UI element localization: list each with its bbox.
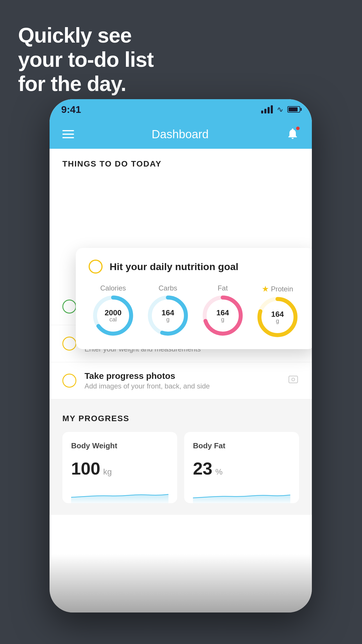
things-to-do-title: THINGS TO DO TODAY	[62, 159, 299, 169]
headline: Quickly see your to-do list for the day.	[18, 23, 154, 96]
carbs-label: Carbs	[159, 284, 177, 292]
body-fat-value: 23	[193, 459, 212, 479]
battery-icon	[287, 106, 300, 113]
body-weight-card[interactable]: Body Weight 100 kg	[62, 432, 177, 503]
header-title: Dashboard	[152, 128, 209, 141]
fat-donut: 164 g	[202, 295, 243, 336]
nutrition-carbs: Carbs 164 g	[147, 284, 188, 337]
nutrition-calories: Calories 2000 cal	[93, 284, 133, 337]
progress-section-title: MY PROGRESS	[62, 414, 299, 423]
todo-circle-body-stats	[62, 337, 76, 351]
body-fat-unit: %	[215, 467, 223, 477]
calories-value: 2000	[105, 309, 122, 316]
todo-sub-photos: Add images of your front, back, and side	[85, 382, 279, 390]
body-fat-title: Body Fat	[193, 441, 290, 450]
nutrition-protein: ★ Protein 164 g	[257, 284, 298, 337]
todo-circle-photos	[62, 374, 76, 388]
body-fat-chart	[193, 486, 290, 503]
star-icon: ★	[262, 284, 269, 294]
wifi-icon: ∿	[277, 105, 283, 114]
status-icons: ∿	[261, 105, 300, 114]
phone-shadow	[50, 554, 312, 612]
things-to-do-header: THINGS TO DO TODAY	[50, 149, 312, 174]
nutrition-card-title: Hit your daily nutrition goal	[110, 261, 238, 272]
todo-text-photos: Take progress photos Add images of your …	[85, 371, 279, 390]
app-header: Dashboard	[50, 120, 312, 149]
calories-unit: cal	[105, 316, 122, 322]
notification-dot	[296, 126, 300, 131]
body-weight-title: Body Weight	[71, 441, 168, 450]
progress-section: MY PROGRESS Body Weight 100 kg	[50, 399, 312, 515]
calories-label: Calories	[100, 284, 126, 292]
photo-icon	[287, 374, 299, 388]
protein-unit: g	[271, 318, 284, 324]
svg-point-10	[292, 378, 295, 381]
nutrition-grid: Calories 2000 cal Carbs	[89, 284, 302, 337]
status-bar: 9:41 ∿	[50, 99, 312, 120]
progress-cards: Body Weight 100 kg	[62, 432, 299, 503]
body-weight-value-row: 100 kg	[71, 459, 168, 479]
card-title-row: Hit your daily nutrition goal	[89, 260, 302, 274]
todo-circle-running	[62, 300, 76, 314]
protein-donut: 164 g	[257, 297, 298, 337]
body-weight-value: 100	[71, 459, 100, 479]
todo-circle-nutrition	[89, 260, 103, 274]
todo-name-photos: Take progress photos	[85, 371, 279, 381]
fat-label: Fat	[218, 284, 228, 292]
carbs-unit: g	[161, 316, 174, 322]
nutrition-fat: Fat 164 g	[202, 284, 243, 337]
phone-frame: 9:41 ∿ Dashboard	[50, 99, 312, 612]
body-fat-card[interactable]: Body Fat 23 %	[184, 432, 299, 503]
protein-value: 164	[271, 310, 284, 318]
fat-unit: g	[216, 316, 229, 322]
protein-label: ★ Protein	[262, 284, 293, 294]
notification-bell-button[interactable]	[286, 127, 299, 141]
body-fat-value-row: 23 %	[193, 459, 290, 479]
body-weight-chart	[71, 486, 168, 503]
calories-donut: 2000 cal	[93, 295, 133, 336]
nutrition-highlight-card[interactable]: Hit your daily nutrition goal Calories 2…	[76, 248, 312, 349]
svg-rect-9	[289, 376, 298, 383]
fat-value: 164	[216, 309, 229, 316]
carbs-donut: 164 g	[147, 295, 188, 336]
todo-item-photos[interactable]: Take progress photos Add images of your …	[50, 362, 312, 399]
status-time: 9:41	[61, 104, 81, 115]
body-weight-unit: kg	[103, 467, 112, 477]
hamburger-menu-icon[interactable]	[62, 130, 74, 138]
carbs-value: 164	[161, 309, 174, 316]
signal-icon	[261, 105, 273, 113]
